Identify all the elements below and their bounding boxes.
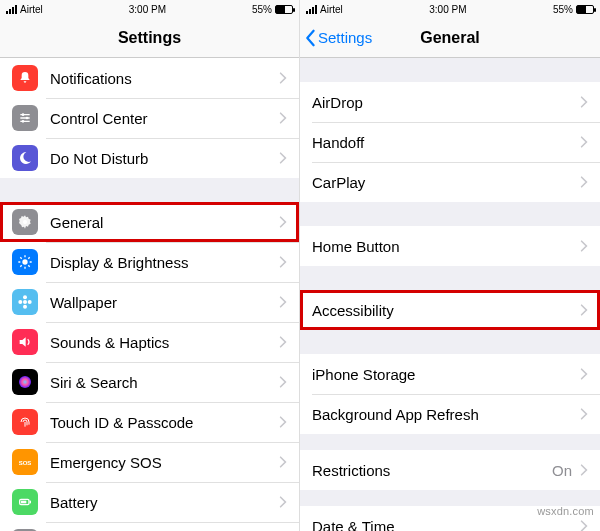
chevron-right-icon [580,519,588,531]
settings-row-notifications[interactable]: Notifications [0,58,299,98]
row-label: Notifications [50,70,279,87]
moon-icon [12,145,38,171]
chevron-right-icon [279,215,287,229]
carrier-label: Airtel [320,4,343,15]
battery-icon [576,5,594,14]
chevron-right-icon [580,95,588,109]
row-label: Battery [50,494,279,511]
chevron-left-icon [304,29,316,47]
settings-row-sos[interactable]: SOSEmergency SOS [0,442,299,482]
row-label: Restrictions [312,462,552,479]
sos-icon: SOS [12,449,38,475]
clock-label: 3:00 PM [129,4,166,15]
settings-row-privacy[interactable]: Privacy [0,522,299,531]
chevron-right-icon [279,495,287,509]
back-button[interactable]: Settings [304,18,372,57]
siri-icon [12,369,38,395]
settings-row-touchid[interactable]: Touch ID & Passcode [0,402,299,442]
chevron-right-icon [279,335,287,349]
svg-point-10 [19,376,31,388]
nav-bar: Settings [0,18,299,58]
chevron-right-icon [279,455,287,469]
settings-row-siri[interactable]: Siri & Search [0,362,299,402]
general-row-carplay[interactable]: CarPlay [300,162,600,202]
svg-point-9 [28,300,32,304]
chevron-right-icon [279,375,287,389]
general-row-accessibility[interactable]: Accessibility [300,290,600,330]
svg-point-6 [23,295,27,299]
battery-pct-label: 55% [252,4,272,15]
settings-row-battery[interactable]: Battery [0,482,299,522]
row-label: Handoff [312,134,580,151]
chevron-right-icon [279,415,287,429]
row-label: iPhone Storage [312,366,580,383]
general-row-datetime[interactable]: Date & Time [300,506,600,531]
bell-icon [12,65,38,91]
general-row-bgrefresh[interactable]: Background App Refresh [300,394,600,434]
settings-list[interactable]: NotificationsControl CenterDo Not Distur… [0,58,299,531]
settings-row-display[interactable]: Display & Brightness [0,242,299,282]
page-title: General [420,29,480,47]
row-label: Siri & Search [50,374,279,391]
nav-bar: Settings General [300,18,600,58]
svg-point-2 [22,120,25,123]
chevron-right-icon [279,151,287,165]
svg-point-4 [22,259,27,264]
svg-rect-13 [30,501,31,504]
svg-point-0 [22,113,25,116]
general-row-handoff[interactable]: Handoff [300,122,600,162]
chevron-right-icon [580,175,588,189]
page-title: Settings [118,29,181,47]
fingerprint-icon [12,409,38,435]
screenshot-settings-root: Airtel 3:00 PM 55% Settings Notification… [0,0,300,531]
settings-row-wallpaper[interactable]: Wallpaper [0,282,299,322]
general-row-storage[interactable]: iPhone Storage [300,354,600,394]
general-list[interactable]: AirDropHandoffCarPlayHome ButtonAccessib… [300,58,600,531]
row-label: Wallpaper [50,294,279,311]
general-row-homebutton[interactable]: Home Button [300,226,600,266]
status-bar: Airtel 3:00 PM 55% [0,0,299,18]
svg-text:SOS: SOS [19,460,32,466]
general-row-airdrop[interactable]: AirDrop [300,82,600,122]
battery-icon [275,5,293,14]
screenshot-general: Airtel 3:00 PM 55% Settings General AirD… [300,0,600,531]
row-label: Emergency SOS [50,454,279,471]
chevron-right-icon [279,111,287,125]
general-row-restrictions[interactable]: RestrictionsOn [300,450,600,490]
row-label: Display & Brightness [50,254,279,271]
flower-icon [12,289,38,315]
chevron-right-icon [279,71,287,85]
sliders-icon [12,105,38,131]
gear-icon [12,209,38,235]
settings-row-dnd[interactable]: Do Not Disturb [0,138,299,178]
svg-point-5 [23,300,27,304]
row-label: Control Center [50,110,279,127]
row-label: Accessibility [312,302,580,319]
chevron-right-icon [580,367,588,381]
row-label: AirDrop [312,94,580,111]
row-detail: On [552,462,572,479]
settings-row-general[interactable]: General [0,202,299,242]
row-label: Background App Refresh [312,406,580,423]
sun-icon [12,249,38,275]
row-label: CarPlay [312,174,580,191]
chevron-right-icon [279,295,287,309]
speaker-icon [12,329,38,355]
chevron-right-icon [279,255,287,269]
settings-row-control-center[interactable]: Control Center [0,98,299,138]
row-label: Home Button [312,238,580,255]
row-label: Date & Time [312,518,580,532]
svg-point-7 [23,305,27,309]
row-label: Do Not Disturb [50,150,279,167]
row-label: Touch ID & Passcode [50,414,279,431]
battery-icon [12,489,38,515]
chevron-right-icon [580,463,588,477]
signal-icon [6,5,17,14]
settings-row-sounds[interactable]: Sounds & Haptics [0,322,299,362]
svg-rect-14 [21,501,26,504]
chevron-right-icon [580,239,588,253]
chevron-right-icon [580,407,588,421]
chevron-right-icon [580,303,588,317]
row-label: Sounds & Haptics [50,334,279,351]
carrier-label: Airtel [20,4,43,15]
